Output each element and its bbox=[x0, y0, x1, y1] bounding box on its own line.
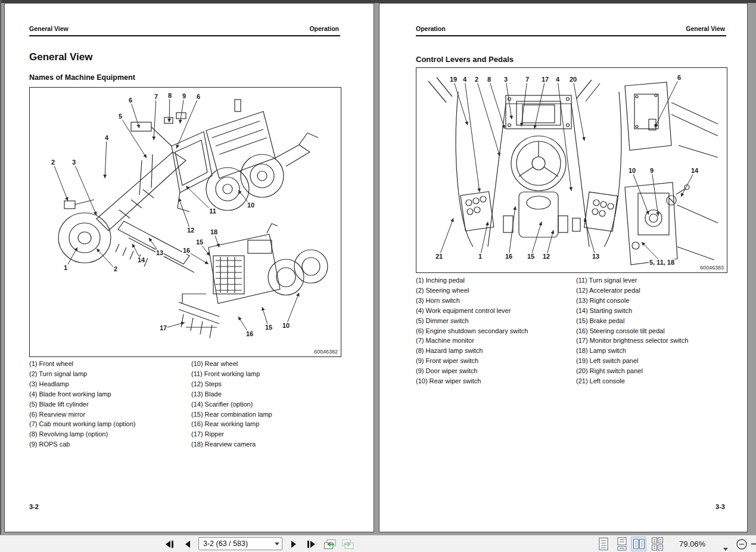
figure-callout: 13 bbox=[592, 253, 600, 260]
figure-callout: 17 bbox=[159, 324, 167, 331]
legend-column-2: (10) Rear wheel(11) Front working lamp(1… bbox=[191, 359, 340, 449]
legend-item: (6) Engine shutdown secondary switch bbox=[416, 326, 575, 336]
combobox-caret-icon[interactable] bbox=[272, 542, 282, 545]
legend-item: (17) Ripper bbox=[191, 429, 340, 439]
figure-callout: 15 bbox=[195, 238, 204, 246]
figure-callout: 15 bbox=[527, 253, 535, 260]
two-page-continuous-view-button[interactable] bbox=[649, 537, 665, 551]
legend-item: (4) Work equipment control lever bbox=[416, 306, 575, 316]
single-page-view-icon bbox=[598, 537, 609, 551]
legend-item: (21) Left console bbox=[576, 376, 726, 386]
first-page-button[interactable] bbox=[162, 537, 176, 551]
figure-callout: 12 bbox=[542, 253, 550, 260]
legend-item: (17) Monitor brightness selector switch bbox=[576, 336, 726, 346]
figure-callout: 10 bbox=[628, 167, 636, 174]
figure-callout: 1 bbox=[478, 253, 483, 260]
control-levers-figure: 60046383 194283717420621116151213109145,… bbox=[416, 67, 727, 273]
header-rule bbox=[29, 35, 340, 36]
two-page-view-icon bbox=[633, 537, 645, 551]
figure-callout: 9 bbox=[182, 92, 186, 100]
legend-item: (15) Brake pedal bbox=[576, 316, 726, 326]
legend-item: (12) Steps bbox=[191, 379, 340, 389]
figure-callout: 16 bbox=[245, 330, 254, 337]
figure-callout: 14 bbox=[137, 256, 145, 263]
previous-page-button[interactable] bbox=[181, 537, 195, 551]
page-title: General View bbox=[29, 51, 92, 63]
section-title: Control Levers and Pedals bbox=[416, 55, 514, 64]
legend-item: (16) Rear working lamp bbox=[191, 419, 340, 429]
two-page-view-button[interactable] bbox=[631, 537, 646, 551]
next-view-icon bbox=[341, 539, 354, 550]
document-pane-top-edge bbox=[0, 0, 756, 3]
figure-callout: 10 bbox=[247, 201, 255, 209]
figure-callout: 16 bbox=[182, 247, 191, 254]
single-page-view-button[interactable] bbox=[596, 537, 611, 551]
running-header-right: General View bbox=[686, 25, 725, 32]
legend-item: (18) Lamp switch bbox=[576, 346, 726, 356]
page-number: 3-3 bbox=[715, 503, 725, 510]
legend-item: (5) Dimmer switch bbox=[416, 316, 575, 326]
legend-item: (16) Steering console tilt pedal bbox=[576, 326, 726, 336]
figure-callout: 10 bbox=[282, 322, 290, 329]
zoom-out-icon bbox=[736, 538, 748, 550]
section-title: Names of Machine Equipment bbox=[29, 73, 135, 82]
legend-column-2: (11) Turn signal lever(12) Accelerator p… bbox=[576, 275, 726, 386]
previous-view-icon bbox=[323, 539, 337, 550]
document-pane[interactable]: General View Operation General View Name… bbox=[0, 0, 756, 535]
figure-callout: 3 bbox=[71, 159, 76, 166]
figure-callout: 1 bbox=[63, 264, 68, 271]
continuous-view-icon bbox=[616, 537, 628, 551]
legend-item: (20) Right switch panel bbox=[576, 366, 726, 376]
running-header-left: Operation bbox=[416, 25, 446, 32]
figure-callout: 11 bbox=[209, 207, 217, 215]
figure-callout: 9 bbox=[649, 167, 654, 174]
last-page-icon bbox=[306, 540, 316, 548]
zoom-level-value[interactable]: 79.06% bbox=[679, 539, 705, 548]
legend-item: (14) Starting switch bbox=[576, 306, 726, 316]
page-left: General View Operation General View Name… bbox=[4, 3, 374, 532]
legend-item: (10) Rear wiper switch bbox=[416, 376, 575, 386]
figure-callout: 18 bbox=[210, 228, 218, 235]
legend-item: (8) Revolving lamp (option) bbox=[29, 429, 190, 439]
figure-callout: 15 bbox=[265, 324, 273, 331]
page-number-value: 3-2 (63 / 583) bbox=[199, 539, 272, 548]
legend-item: (14) Scarifier (option) bbox=[191, 399, 340, 410]
figure-callout: 21 bbox=[435, 253, 443, 260]
zoom-out-button[interactable] bbox=[735, 537, 749, 551]
legend-item: (3) Headlamp bbox=[29, 379, 190, 389]
figure-callout: 8 bbox=[167, 92, 172, 99]
zoom-dropdown-caret-icon[interactable] bbox=[723, 542, 728, 552]
legend-item: (4) Blade front working lamp bbox=[29, 389, 190, 399]
figure-callout: 4 bbox=[555, 76, 560, 83]
next-page-icon bbox=[290, 540, 297, 548]
figure-callout: 19 bbox=[449, 76, 458, 83]
figure-callout: 5, 11, 18 bbox=[649, 259, 675, 266]
next-page-button[interactable] bbox=[287, 537, 301, 551]
page-number-combobox[interactable]: 3-2 (63 / 583) bbox=[198, 537, 282, 550]
header-rule bbox=[416, 35, 726, 36]
legend-column-1: (1) Inching pedal(2) Steering wheel(3) H… bbox=[416, 275, 575, 386]
legend-item: (3) Horn switch bbox=[416, 296, 575, 306]
zoom-slider[interactable] bbox=[751, 543, 756, 545]
previous-page-icon bbox=[184, 540, 191, 548]
legend-item: (9) Front wiper switch bbox=[416, 356, 575, 366]
next-view-button[interactable] bbox=[341, 537, 355, 551]
legend-item: (2) Turn signal lamp bbox=[29, 369, 190, 379]
running-header-left: General View bbox=[29, 25, 69, 32]
last-page-button[interactable] bbox=[304, 537, 318, 551]
figure-callout: 12 bbox=[186, 227, 195, 234]
continuous-view-button[interactable] bbox=[614, 537, 630, 551]
legend-item: (13) Right console bbox=[576, 296, 726, 306]
figure-callout: 6 bbox=[128, 97, 133, 104]
legend-item: (12) Accelerator pedal bbox=[576, 286, 726, 296]
figure-callout: 5 bbox=[118, 113, 123, 120]
figure-callout: 7 bbox=[525, 76, 530, 83]
figure-callout: 3 bbox=[503, 76, 508, 83]
legend-item: (1) Inching pedal bbox=[416, 275, 575, 286]
figure-callout: 13 bbox=[155, 249, 164, 256]
legend-item: (11) Front working lamp bbox=[191, 369, 340, 379]
two-page-continuous-view-icon bbox=[651, 537, 664, 551]
previous-view-button[interactable] bbox=[323, 537, 337, 551]
bottom-toolbar: 3-2 (63 / 583) bbox=[0, 535, 756, 552]
figure-callout: 6 bbox=[677, 74, 682, 81]
